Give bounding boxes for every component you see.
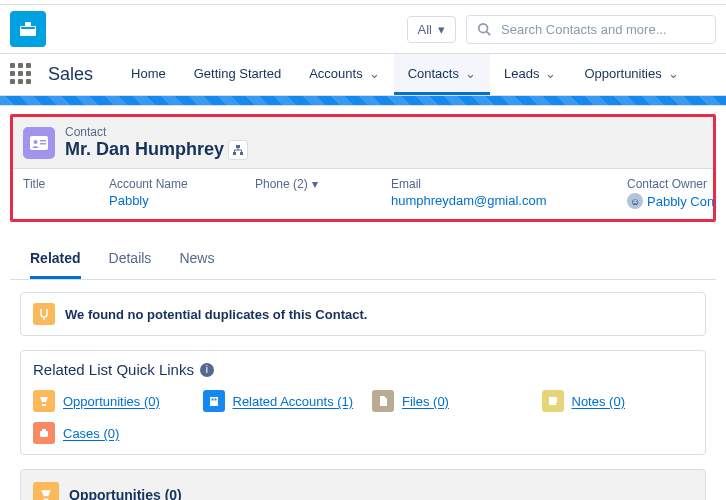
search-icon [477, 22, 491, 36]
nav-item-home[interactable]: Home [117, 54, 180, 95]
svg-rect-2 [21, 27, 35, 29]
global-header: All ▾ [0, 5, 726, 54]
quicklink-notes[interactable]: Notes (0) [542, 390, 694, 412]
svg-point-3 [479, 24, 488, 33]
field-value-account[interactable]: Pabbly [109, 193, 249, 208]
field-label-email: Email [391, 177, 621, 191]
search-input[interactable] [501, 22, 705, 37]
nav-items: Home Getting Started Accounts⌄ Contacts⌄… [117, 54, 693, 95]
field-label-title: Title [23, 177, 103, 191]
duplicates-message: We found no potential duplicates of this… [65, 307, 367, 322]
svg-rect-13 [211, 399, 213, 401]
file-icon [372, 390, 394, 412]
svg-rect-10 [233, 152, 236, 155]
nav-bar: Sales Home Getting Started Accounts⌄ Con… [0, 54, 726, 96]
chevron-down-icon: ▾ [438, 22, 445, 37]
owner-avatar-icon: ☺ [627, 193, 643, 209]
contact-object-icon [23, 127, 55, 159]
quicklink-opportunities[interactable]: Opportunities (0) [33, 390, 185, 412]
rlql-title: Related List Quick Links [33, 361, 194, 378]
svg-rect-1 [25, 22, 31, 26]
svg-rect-16 [40, 431, 48, 437]
chevron-down-icon: ⌄ [668, 66, 679, 81]
nav-item-accounts[interactable]: Accounts⌄ [295, 54, 393, 95]
app-logo[interactable] [10, 11, 46, 47]
account-icon [203, 390, 225, 412]
quicklink-cases[interactable]: Cases (0) [33, 422, 185, 444]
object-type-label: Contact [65, 125, 248, 139]
field-label-owner: Contact Owner [627, 177, 726, 191]
nav-item-getting-started[interactable]: Getting Started [180, 54, 295, 95]
tab-details[interactable]: Details [109, 250, 152, 279]
hierarchy-icon [233, 145, 243, 155]
opportunity-icon [33, 482, 59, 500]
chevron-down-icon: ⌄ [465, 66, 476, 81]
related-list-quick-links-card: Related List Quick Links i Opportunities… [20, 350, 706, 455]
app-launcher-icon[interactable] [10, 63, 34, 87]
opportunity-icon [33, 390, 55, 412]
opportunities-related-list[interactable]: Opportunities (0) [20, 469, 706, 500]
field-label-account: Account Name [109, 177, 249, 191]
opportunities-list-title: Opportunities (0) [69, 487, 182, 500]
hierarchy-button[interactable] [228, 140, 248, 160]
merge-icon [33, 303, 55, 325]
svg-line-4 [487, 32, 491, 36]
field-value-owner[interactable]: Pabbly Con [647, 194, 714, 209]
svg-rect-9 [236, 145, 240, 148]
field-value-email[interactable]: humphreydam@gmial.com [391, 193, 621, 208]
svg-rect-11 [240, 152, 243, 155]
detail-tabs: Related Details News [10, 234, 716, 280]
duplicates-card: We found no potential duplicates of this… [20, 292, 706, 336]
info-icon[interactable]: i [200, 363, 214, 377]
svg-rect-7 [40, 140, 46, 142]
svg-rect-8 [40, 143, 46, 145]
record-header-highlight: Contact Mr. Dan Humphrey Title Account N… [10, 114, 716, 222]
svg-point-6 [34, 140, 38, 144]
svg-rect-12 [210, 397, 218, 406]
field-label-phone[interactable]: Phone (2) ▾ [255, 177, 385, 191]
svg-rect-17 [42, 429, 46, 431]
search-scope-selector[interactable]: All ▾ [407, 16, 456, 43]
nav-item-leads[interactable]: Leads⌄ [490, 54, 570, 95]
tab-related[interactable]: Related [30, 250, 81, 279]
nav-item-contacts[interactable]: Contacts⌄ [394, 54, 490, 95]
briefcase-icon [18, 20, 38, 38]
case-icon [33, 422, 55, 444]
record-name: Mr. Dan Humphrey [65, 139, 224, 160]
quicklink-related-accounts[interactable]: Related Accounts (1) [203, 390, 355, 412]
nav-item-opportunities[interactable]: Opportunities⌄ [570, 54, 692, 95]
app-name: Sales [48, 64, 93, 85]
tab-news[interactable]: News [179, 250, 214, 279]
quicklink-files[interactable]: Files (0) [372, 390, 524, 412]
chevron-down-icon: ⌄ [369, 66, 380, 81]
search-scope-label: All [418, 22, 432, 37]
note-icon [542, 390, 564, 412]
decorative-strip [0, 96, 726, 106]
global-search[interactable] [466, 15, 716, 44]
chevron-down-icon: ⌄ [545, 66, 556, 81]
svg-rect-14 [214, 399, 216, 401]
chevron-down-icon: ▾ [312, 177, 318, 191]
